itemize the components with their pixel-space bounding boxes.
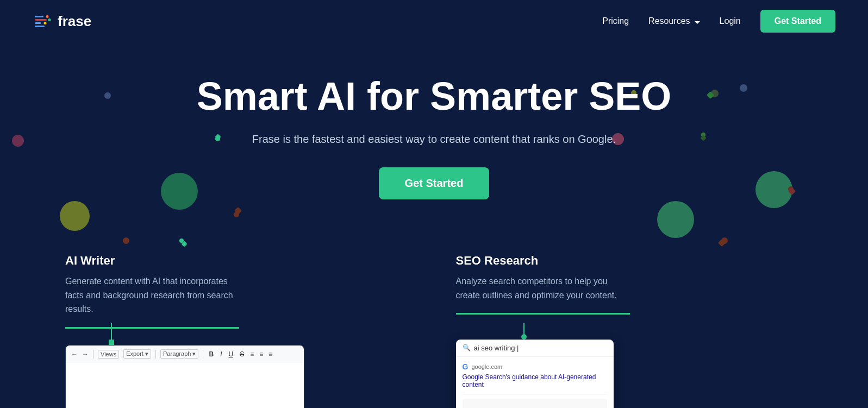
nav-login[interactable]: Login [720, 16, 741, 26]
toolbar-separator [93, 350, 93, 359]
google-logo-row: G google.com [463, 362, 607, 371]
seo-mock-panel: 🔍 ai seo writing | G google.com Google S… [456, 340, 614, 408]
editor-body [66, 363, 304, 408]
search-icon: 🔍 [463, 344, 471, 351]
feature-seo-research: SEO Research Analyze search competitors … [456, 254, 803, 329]
connector-dot-left [109, 340, 114, 345]
seo-search-bar: 🔍 ai seo writing | [456, 340, 614, 357]
svg-rect-1 [35, 19, 47, 21]
google-domain: google.com [471, 363, 502, 370]
nav-cta-button[interactable]: Get Started [760, 10, 835, 33]
chevron-down-icon [695, 16, 700, 26]
google-g-icon: G [463, 362, 469, 371]
nav-pricing[interactable]: Pricing [602, 16, 629, 26]
hero-cta-button[interactable]: Get Started [379, 167, 490, 199]
svg-point-5 [48, 18, 51, 21]
ai-writer-desc: Generate content with AI that incorporat… [65, 274, 239, 316]
screenshots-section: ← → Views Export ▾ Paragraph ▾ B I U S ≡… [0, 323, 868, 408]
features-section: AI Writer Generate content with AI that … [0, 221, 868, 329]
editor-mock: ← → Views Export ▾ Paragraph ▾ B I U S ≡… [65, 345, 304, 408]
nav-resources[interactable]: Resources [648, 16, 700, 26]
result-skeleton [463, 399, 607, 408]
brand-name: frase [58, 13, 91, 30]
google-result: G google.com Google Search's guidance ab… [456, 357, 614, 394]
google-result-title: Google Search's guidance about AI-genera… [463, 373, 607, 388]
nav-links: Pricing Resources Login Get Started [602, 10, 835, 33]
search-query-text: ai seo writing | [474, 344, 519, 352]
hero-title: Smart AI for Smarter SEO [197, 75, 672, 118]
logo[interactable]: frase [33, 11, 91, 31]
connector-line-left [111, 323, 112, 340]
svg-rect-3 [35, 26, 45, 27]
svg-rect-2 [35, 22, 41, 24]
svg-point-4 [46, 15, 49, 18]
toolbar-separator-3 [203, 350, 203, 359]
svg-point-6 [44, 22, 47, 24]
seo-research-line [456, 313, 630, 315]
editor-toolbar: ← → Views Export ▾ Paragraph ▾ B I U S ≡… [66, 346, 304, 363]
hero-section: Smart AI for Smarter SEO Frase is the fa… [0, 42, 868, 221]
seo-research-screenshot: 🔍 ai seo writing | G google.com Google S… [456, 323, 803, 408]
ai-writer-title: AI Writer [65, 254, 413, 268]
result-divider [463, 394, 607, 394]
feature-ai-writer: AI Writer Generate content with AI that … [65, 254, 413, 329]
seo-search-text: ai seo writing | [474, 344, 607, 352]
ai-writer-screenshot: ← → Views Export ▾ Paragraph ▾ B I U S ≡… [65, 323, 413, 408]
svg-rect-0 [35, 16, 43, 17]
seo-research-desc: Analyze search competitors to help you c… [456, 274, 630, 302]
nav-resources-label: Resources [648, 16, 690, 26]
hero-subtitle: Frase is the fastest and easiest way to … [252, 133, 616, 146]
seo-research-title: SEO Research [456, 254, 803, 268]
connector-dot-right [521, 334, 527, 340]
connector-line-right [523, 323, 524, 334]
frase-logo-icon [33, 11, 52, 31]
toolbar-separator-2 [155, 350, 156, 359]
